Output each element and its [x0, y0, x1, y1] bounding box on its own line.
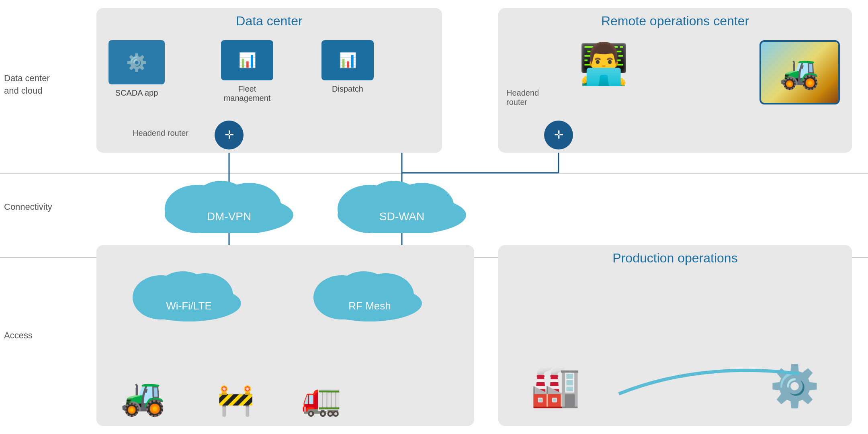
scada-label: SCADA app — [108, 88, 165, 98]
bulldozer-vehicle-icon: 🚜 — [780, 53, 820, 91]
dispatch-icon: 📊 — [339, 52, 357, 69]
router-icon-remote: ✛ — [554, 129, 563, 141]
fleet-box: 📊 — [221, 40, 273, 80]
labels-column: Data centerand cloud Connectivity Access — [0, 0, 88, 434]
sd-wan-cloud: SD-WAN — [330, 177, 474, 235]
scada-icon: ⚙️ — [126, 53, 147, 72]
dispatch-label: Dispatch — [317, 84, 378, 94]
conveyor-svg — [498, 342, 852, 402]
headend-router-label-remote: Headendrouter — [506, 88, 539, 107]
data-center-title: Data center — [96, 8, 442, 32]
sd-wan-svg: SD-WAN — [330, 177, 474, 233]
svg-text:DM-VPN: DM-VPN — [207, 210, 251, 223]
label-data-center: Data centerand cloud — [4, 72, 50, 97]
rf-mesh-svg: RF Mesh — [309, 269, 430, 321]
excavator-icon: 🚜 — [121, 376, 166, 418]
wifi-lte-cloud: Wi-Fi/LTE — [129, 269, 249, 323]
headend-router-label-dc: Headend router — [133, 129, 188, 138]
headend-router-dc: ✛ — [215, 121, 244, 149]
production-ops-title: Production operations — [498, 245, 852, 269]
diagram-area: Data center ⚙️ SCADA app 📊 Fleetmanageme… — [88, 0, 868, 434]
dump-truck-icon: 🚛 — [301, 380, 342, 418]
bulldozer-small-icon: 🚧 — [217, 383, 255, 418]
remote-ops-title: Remote operations center — [498, 8, 852, 32]
rf-mesh-cloud: RF Mesh — [309, 269, 430, 323]
svg-text:RF Mesh: RF Mesh — [348, 300, 391, 312]
production-panel: Production operations 🏭 ⚙️ — [498, 245, 852, 426]
bulldozer-box: 🚜 — [760, 40, 840, 104]
headend-router-remote: ✛ — [544, 121, 573, 149]
operator-icon: 👨‍💻 — [579, 40, 629, 88]
label-access: Access — [4, 330, 33, 342]
main-container: Data centerand cloud Connectivity Access — [0, 0, 868, 434]
router-icon-dc: ✛ — [225, 129, 234, 141]
label-connectivity: Connectivity — [4, 201, 52, 213]
dm-vpn-svg: DM-VPN — [157, 177, 301, 233]
svg-text:Wi-Fi/LTE: Wi-Fi/LTE — [166, 300, 212, 312]
access-panel: Wi-Fi/LTE RF Mesh 🚜 🚧 🚛 — [96, 245, 474, 426]
scada-box: ⚙️ — [108, 40, 165, 84]
data-center-panel: Data center ⚙️ SCADA app 📊 Fleetmanageme… — [96, 8, 442, 153]
fleet-label: Fleetmanagement — [217, 84, 277, 103]
svg-text:SD-WAN: SD-WAN — [379, 210, 425, 223]
dm-vpn-cloud: DM-VPN — [157, 177, 301, 235]
fleet-icon: 📊 — [238, 52, 256, 69]
dispatch-box: 📊 — [321, 40, 374, 80]
wifi-lte-svg: Wi-Fi/LTE — [129, 269, 249, 321]
